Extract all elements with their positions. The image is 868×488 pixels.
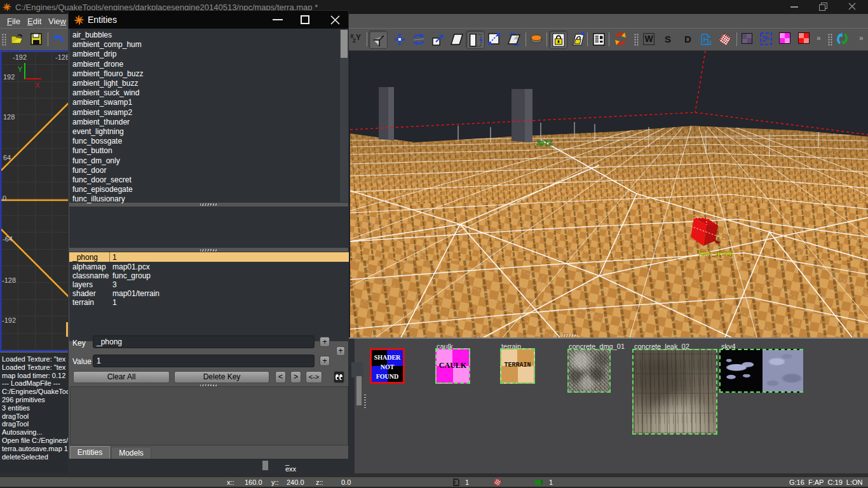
svg-text:func_group: func_group	[698, 250, 733, 257]
svg-text:3072: 3072	[536, 139, 552, 147]
svg-text:Y: Y	[18, 65, 23, 73]
svg-text:X: X	[35, 81, 40, 89]
